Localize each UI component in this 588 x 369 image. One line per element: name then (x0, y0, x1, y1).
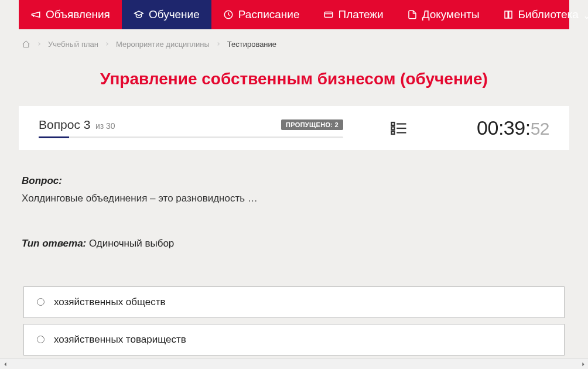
nav-label: Платежи (339, 8, 384, 21)
svg-rect-1 (324, 12, 333, 18)
question-prompt-label: Вопрос: (22, 175, 62, 186)
skipped-badge: ПРОПУЩЕНО: 2 (281, 119, 343, 130)
progress-fill (39, 136, 69, 138)
answer-option[interactable]: хозяйственных товариществ (23, 324, 565, 356)
breadcrumb-link[interactable]: Учебный план (48, 40, 98, 49)
chevron-right-icon (216, 40, 221, 49)
question-list-icon[interactable] (390, 119, 408, 137)
answer-radio[interactable] (37, 336, 45, 343)
main-navbar: Объявления Обучение Расписание Платежи (19, 0, 569, 29)
file-icon (407, 9, 418, 20)
nav-label: Расписание (238, 8, 300, 21)
megaphone-icon (30, 9, 41, 20)
nav-label: Документы (422, 8, 480, 21)
chevron-right-icon (104, 40, 110, 49)
nav-item-documents[interactable]: Документы (395, 0, 491, 29)
answer-option[interactable]: хозяйственных обществ (23, 286, 565, 318)
nav-item-library[interactable]: Библиотека (491, 0, 588, 29)
graduation-icon (134, 9, 144, 20)
nav-item-announcements[interactable]: Объявления (19, 0, 122, 29)
nav-item-payments[interactable]: Платежи (312, 0, 395, 29)
progress-bar (39, 136, 343, 138)
chevron-down-icon (583, 11, 588, 18)
timer-seconds: 52 (531, 119, 549, 139)
svg-rect-2 (392, 122, 395, 125)
answer-text: хозяйственных товариществ (54, 334, 186, 346)
answer-radio[interactable] (37, 298, 45, 306)
answers-list: хозяйственных обществ хозяйственных това… (19, 286, 569, 359)
card-icon (323, 9, 334, 20)
nav-item-education[interactable]: Обучение (122, 0, 211, 29)
question-body: Вопрос: Холдинговые объединения – это ра… (19, 150, 569, 251)
question-progress: Вопрос 3 из 30 ПРОПУЩЕНО: 2 (39, 118, 343, 138)
nav-item-schedule[interactable]: Расписание (211, 0, 312, 29)
scroll-left-arrow-icon[interactable] (0, 359, 10, 369)
answer-text: хозяйственных обществ (54, 296, 166, 308)
chevron-right-icon (36, 40, 42, 49)
timer: 00:39:52 (477, 117, 549, 139)
question-total: из 30 (95, 121, 115, 131)
breadcrumb: Учебный план Мероприятие дисциплины Тест… (19, 29, 569, 53)
svg-rect-6 (392, 131, 395, 134)
question-number: Вопрос 3 (39, 118, 90, 131)
scrollbar-track[interactable] (10, 361, 578, 367)
answer-type-label: Тип ответа: (22, 238, 86, 249)
breadcrumb-link[interactable]: Мероприятие дисциплины (116, 40, 210, 49)
page-title: Управление собственным бизнесом (обучени… (19, 70, 569, 88)
timer-main: 00:39: (477, 117, 531, 139)
svg-rect-4 (392, 127, 395, 129)
nav-label: Обучение (149, 8, 200, 21)
answer-type-value: Одиночный выбор (89, 238, 174, 249)
clock-icon (223, 9, 234, 20)
question-text: Холдинговые объединения – это разновидно… (22, 191, 566, 206)
breadcrumb-current: Тестирование (227, 40, 276, 49)
home-icon[interactable] (22, 40, 30, 49)
book-icon (503, 9, 514, 20)
nav-label: Библиотека (518, 8, 579, 21)
nav-label: Объявления (46, 8, 110, 21)
status-bar: Вопрос 3 из 30 ПРОПУЩЕНО: 2 00:39:52 (19, 106, 569, 150)
scroll-right-arrow-icon[interactable] (578, 359, 588, 369)
horizontal-scrollbar[interactable] (0, 358, 588, 369)
